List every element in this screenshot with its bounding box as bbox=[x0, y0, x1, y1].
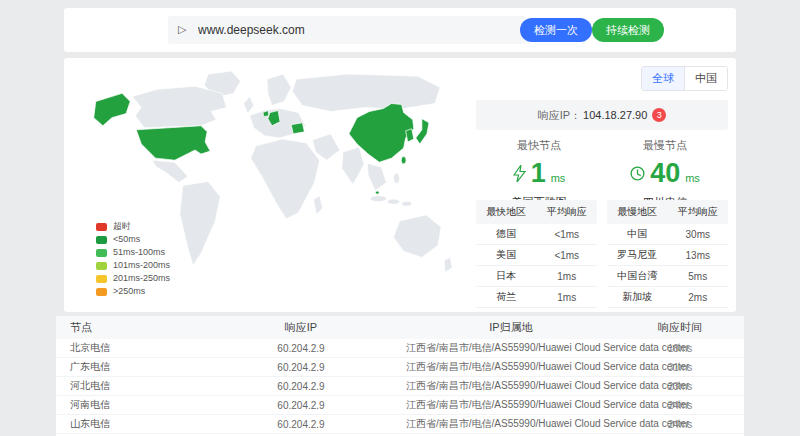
country-uk bbox=[244, 96, 254, 113]
continent-africa bbox=[251, 139, 320, 219]
region-row: 日本 1ms bbox=[476, 266, 597, 287]
slowest-regions-table: 最慢地区 平均响应 中国 30ms 罗马尼亚 13ms 中国台湾 bbox=[607, 200, 728, 308]
tab-china[interactable]: 中国 bbox=[684, 67, 727, 90]
island-indonesia-2 bbox=[387, 199, 399, 204]
clock-icon bbox=[630, 166, 645, 181]
continuous-check-button[interactable]: 持续检测 bbox=[592, 18, 664, 42]
slowest-node-value: 40 bbox=[650, 159, 680, 187]
country-south-korea bbox=[406, 129, 414, 142]
region-latency: 13ms bbox=[668, 250, 729, 261]
island-indonesia-1 bbox=[370, 196, 386, 202]
region-tabs: 全球 中国 bbox=[641, 66, 728, 91]
world-map: 超时 <50ms 51ms-100ms 101ms-200ms bbox=[78, 66, 470, 304]
legend-label: 超时 bbox=[113, 220, 131, 233]
region-name: 荷兰 bbox=[476, 290, 537, 304]
lightning-icon bbox=[513, 165, 526, 182]
column-header-ip: 响应IP bbox=[196, 320, 406, 335]
column-header-location: IP归属地 bbox=[406, 320, 616, 335]
tab-global[interactable]: 全球 bbox=[642, 67, 684, 90]
country-new-zealand bbox=[444, 257, 452, 272]
region-scandinavia bbox=[267, 74, 291, 105]
legend-swatch bbox=[96, 262, 107, 270]
column-header-node: 节点 bbox=[56, 320, 196, 335]
node-ip-location: 江西省/南昌市/电信/AS55990/Huawei Cloud Service … bbox=[406, 417, 616, 431]
legend-swatch bbox=[96, 249, 107, 257]
legend-item: 51ms-100ms bbox=[96, 246, 170, 259]
region-row: 新加坡 2ms bbox=[607, 287, 728, 308]
region-latency: 1ms bbox=[537, 271, 598, 282]
node-name: 山东电信 bbox=[56, 417, 196, 431]
node-name: 河南电信 bbox=[56, 398, 196, 412]
node-results-table: 节点 响应IP IP归属地 响应时间 北京电信 60.204.2.9 江西省/南… bbox=[56, 316, 744, 436]
node-ip-location: 江西省/南昌市/电信/AS55990/Huawei Cloud Service … bbox=[406, 341, 616, 355]
fastest-node-unit: ms bbox=[551, 172, 566, 187]
column-header: 最慢地区 bbox=[607, 205, 668, 219]
legend-item: 超时 bbox=[96, 220, 170, 233]
region-row: 中国 30ms bbox=[607, 224, 728, 245]
response-ip-value: 104.18.27.90 bbox=[583, 109, 647, 121]
table-row: 广东电信 60.204.2.9 江西省/南昌市/电信/AS55990/Huawe… bbox=[56, 358, 744, 377]
column-header-time: 响应时间 bbox=[616, 320, 744, 335]
node-response-time: 24ms bbox=[616, 419, 744, 430]
legend-label: <50ms bbox=[113, 233, 140, 246]
result-overview-card: 超时 <50ms 51ms-100ms 101ms-200ms bbox=[64, 58, 736, 312]
response-ip-bar: 响应IP： 104.18.27.90 3 bbox=[476, 100, 728, 130]
region-row: 罗马尼亚 13ms bbox=[607, 245, 728, 266]
legend-label: 101ms-200ms bbox=[113, 259, 170, 272]
island-madagascar bbox=[313, 196, 322, 215]
continent-south-america bbox=[180, 181, 221, 265]
check-once-button[interactable]: 检测一次 bbox=[520, 18, 592, 42]
country-usa bbox=[136, 126, 210, 160]
fastest-node-title: 最快节点 bbox=[476, 138, 602, 153]
region-latency: <1ms bbox=[537, 229, 598, 240]
region-name: 美国 bbox=[476, 248, 537, 262]
legend-item: 101ms-200ms bbox=[96, 259, 170, 272]
island-philippines bbox=[394, 173, 400, 183]
node-ip: 60.204.2.9 bbox=[196, 381, 406, 392]
region-row: 荷兰 1ms bbox=[476, 287, 597, 308]
node-response-time: 24ms bbox=[616, 400, 744, 411]
slowest-node-title: 最慢节点 bbox=[602, 138, 728, 153]
region-name: 罗马尼亚 bbox=[607, 248, 668, 262]
region-row: 德国 <1ms bbox=[476, 224, 597, 245]
country-australia bbox=[394, 215, 442, 258]
region-latency: 30ms bbox=[668, 229, 729, 240]
legend-label: 201ms-250ms bbox=[113, 272, 170, 285]
region-name: 日本 bbox=[476, 269, 537, 283]
island-taiwan bbox=[401, 157, 406, 164]
node-ip-location: 江西省/南昌市/电信/AS55990/Huawei Cloud Service … bbox=[406, 398, 616, 412]
node-name: 河北电信 bbox=[56, 379, 196, 393]
legend-item: >250ms bbox=[96, 285, 170, 298]
node-response-time: 31ms bbox=[616, 362, 744, 373]
response-ip-label: 响应IP： bbox=[538, 108, 581, 123]
region-latency: 5ms bbox=[668, 271, 729, 282]
summary-panel: 全球 中国 响应IP： 104.18.27.90 3 最快节点 1 ms 美国西… bbox=[476, 66, 728, 304]
fastest-node-value: 1 bbox=[531, 159, 546, 187]
legend-label: >250ms bbox=[113, 285, 145, 298]
slowest-node-unit: ms bbox=[685, 172, 700, 187]
column-header: 平均响应 bbox=[537, 205, 598, 219]
country-india bbox=[342, 147, 364, 184]
region-name: 新加坡 bbox=[607, 290, 668, 304]
node-ip-location: 江西省/南昌市/电信/AS55990/Huawei Cloud Service … bbox=[406, 379, 616, 393]
region-southeast-asia bbox=[367, 163, 386, 190]
fastest-regions-header: 最快地区 平均响应 bbox=[476, 200, 597, 224]
legend-swatch bbox=[96, 288, 107, 296]
country-mexico bbox=[152, 160, 187, 182]
search-bar-card: ▷ 检测一次 持续检测 bbox=[64, 8, 736, 52]
node-ip: 60.204.2.9 bbox=[196, 343, 406, 354]
url-input[interactable] bbox=[168, 16, 526, 44]
island-indonesia-3 bbox=[402, 201, 412, 206]
table-row: 河北电信 60.204.2.9 江西省/南昌市/电信/AS55990/Huawe… bbox=[56, 377, 744, 396]
node-ip-location: 江西省/南昌市/电信/AS55990/Huawei Cloud Service … bbox=[406, 360, 616, 374]
node-name: 广东电信 bbox=[56, 360, 196, 374]
node-response-time: 18ms bbox=[616, 343, 744, 354]
legend-label: 51ms-100ms bbox=[113, 246, 165, 259]
region-name: 中国 bbox=[607, 227, 668, 241]
node-ip: 60.204.2.9 bbox=[196, 362, 406, 373]
country-canada bbox=[132, 86, 226, 128]
region-latency: 2ms bbox=[668, 292, 729, 303]
ip-count-badge[interactable]: 3 bbox=[652, 108, 666, 122]
legend-swatch bbox=[96, 223, 107, 231]
slowest-regions-header: 最慢地区 平均响应 bbox=[607, 200, 728, 224]
